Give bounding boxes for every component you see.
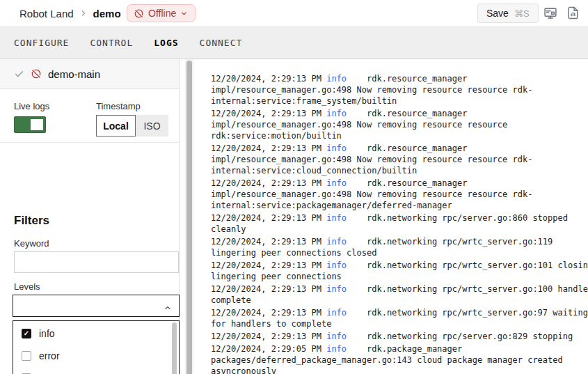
save-label: Save <box>486 8 509 19</box>
live-logs-label: Live logs <box>14 101 49 111</box>
log-file-icon[interactable] <box>566 6 580 20</box>
status-label: Offline <box>148 8 176 19</box>
log-level: info <box>326 143 347 153</box>
log-level: info <box>326 284 347 294</box>
keyword-label: Keyword <box>14 238 49 249</box>
tab-control[interactable]: CONTROL <box>90 38 133 48</box>
logs-scrollbar-track <box>185 59 193 374</box>
log-entry-list: 12/20/2024, 2:29:13 PM info rdk.resource… <box>211 73 588 374</box>
breadcrumb: Robot Land demo <box>19 0 121 26</box>
breadcrumb-root[interactable]: Robot Land <box>19 8 74 20</box>
level-option-label: error <box>39 350 60 361</box>
timestamp-segmented-control: LocalISO <box>96 115 168 137</box>
timestamp-label: Timestamp <box>96 101 141 111</box>
log-entry: 12/20/2024, 2:29:13 PM info rdk.networki… <box>211 260 588 282</box>
levels-dropdown: ✓infoerrordebugwarn <box>13 320 180 374</box>
breadcrumb-current: demo <box>93 8 121 20</box>
level-option-label: info <box>39 328 55 339</box>
top-bar: Robot Land demo Offline Save ⌘S <box>0 0 588 26</box>
save-button[interactable]: Save ⌘S <box>477 3 539 23</box>
log-entry: 12/20/2024, 2:29:13 PM info rdk.resource… <box>211 143 588 176</box>
timestamp-option-local[interactable]: Local <box>96 115 136 137</box>
log-message: rdk.networking rpc/server.go:829 stoppin… <box>347 332 573 341</box>
log-timestamp: 12/20/2024, 2:29:13 PM <box>211 260 326 270</box>
log-controls: Live logs Timestamp LocalISO <box>0 89 179 143</box>
logs-sidebar: demo-main Live logs Timestamp LocalISO F… <box>0 59 180 374</box>
live-logs-toggle[interactable] <box>14 116 46 133</box>
log-level: info <box>326 308 347 318</box>
save-shortcut: ⌘S <box>514 8 530 19</box>
log-entry: 12/20/2024, 2:29:13 PM info rdk.networki… <box>211 331 588 342</box>
log-entry: 12/20/2024, 2:29:13 PM info rdk.networki… <box>211 283 588 306</box>
tab-connect[interactable]: CONNECT <box>200 38 243 48</box>
levels-select[interactable] <box>13 295 180 317</box>
log-entry: 12/20/2024, 2:29:13 PM info rdk.resource… <box>211 73 588 107</box>
log-entry: 12/20/2024, 2:29:13 PM info rdk.resource… <box>211 108 588 141</box>
timestamp-option-iso[interactable]: ISO <box>136 115 168 137</box>
log-timestamp: 12/20/2024, 2:29:13 PM <box>211 178 326 188</box>
machine-monitor-icon[interactable] <box>543 6 557 20</box>
tab-configure[interactable]: CONFIGURE <box>14 38 69 48</box>
level-option-info[interactable]: ✓info <box>13 322 169 345</box>
keyword-input[interactable] <box>14 251 179 273</box>
log-entry: 12/20/2024, 2:29:13 PM info rdk.networki… <box>211 307 588 329</box>
log-timestamp: 12/20/2024, 2:29:13 PM <box>211 143 326 153</box>
level-option-debug[interactable]: debug <box>13 367 169 374</box>
log-timestamp: 12/20/2024, 2:29:05 PM <box>211 344 326 354</box>
log-level: info <box>326 344 347 354</box>
log-level: info <box>326 237 347 247</box>
chevron-down-icon <box>180 10 188 17</box>
machine-status-dropdown[interactable]: Offline <box>127 4 196 22</box>
log-timestamp: 12/20/2024, 2:29:13 PM <box>211 284 326 294</box>
log-timestamp: 12/20/2024, 2:29:13 PM <box>211 332 326 341</box>
network-off-icon <box>31 68 42 79</box>
machine-part-name: demo-main <box>48 68 100 80</box>
log-entry: 12/20/2024, 2:29:13 PM info rdk.resource… <box>211 178 588 211</box>
log-level: info <box>326 109 347 118</box>
toggle-knob <box>31 119 43 130</box>
levels-option-list: ✓infoerrordebugwarn <box>13 322 169 374</box>
log-timestamp: 12/20/2024, 2:29:13 PM <box>211 109 326 118</box>
log-panel: 12/20/2024, 2:29:13 PM info rdk.resource… <box>180 59 588 374</box>
levels-label: Levels <box>14 281 40 292</box>
machine-part-row[interactable]: demo-main <box>0 59 179 89</box>
chevron-up-icon <box>164 302 172 315</box>
filters-title: Filters <box>14 214 49 228</box>
log-timestamp: 12/20/2024, 2:29:13 PM <box>211 237 326 247</box>
log-level: info <box>326 332 347 341</box>
level-option-error[interactable]: error <box>13 345 169 367</box>
dropdown-scrollbar-thumb[interactable] <box>172 322 177 374</box>
log-level: info <box>326 178 347 188</box>
log-entry: 12/20/2024, 2:29:13 PM info rdk.networki… <box>211 212 588 235</box>
checkbox-icon[interactable] <box>22 351 31 361</box>
checkbox-checked-icon[interactable]: ✓ <box>22 329 31 338</box>
log-timestamp: 12/20/2024, 2:29:13 PM <box>211 308 326 318</box>
tab-logs[interactable]: LOGS <box>154 38 178 48</box>
log-entry: 12/20/2024, 2:29:05 PM info rdk.package_… <box>211 343 588 374</box>
dropdown-scrollbar-track <box>172 322 177 374</box>
chevron-right-icon <box>79 9 88 17</box>
log-level: info <box>326 213 347 223</box>
log-entry: 12/20/2024, 2:29:13 PM info rdk.networki… <box>211 236 588 258</box>
tab-bar: CONFIGURECONTROLLOGSCONNECT <box>0 26 588 59</box>
log-timestamp: 12/20/2024, 2:29:13 PM <box>211 74 326 84</box>
network-off-icon <box>134 8 144 19</box>
check-icon <box>14 69 24 79</box>
logs-scrollbar-thumb[interactable] <box>186 61 192 374</box>
log-level: info <box>326 74 347 84</box>
log-timestamp: 12/20/2024, 2:29:13 PM <box>211 213 326 223</box>
log-level: info <box>326 260 347 270</box>
